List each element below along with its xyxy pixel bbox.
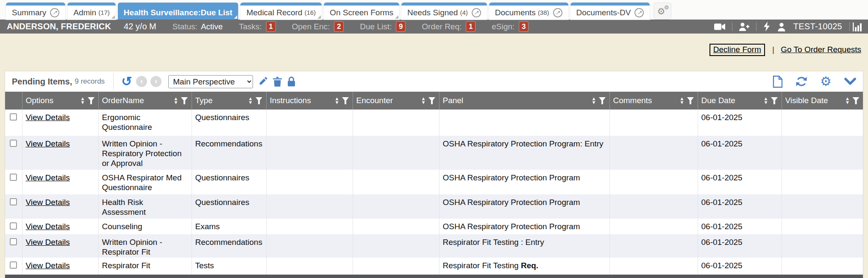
sort-icon[interactable]: ▲▼ xyxy=(764,97,771,104)
sort-icon[interactable]: ▲▼ xyxy=(248,97,256,104)
open-in-new-icon[interactable]: ↗ xyxy=(553,8,562,17)
filter-icon[interactable] xyxy=(771,97,778,104)
bar-chart-icon[interactable] xyxy=(853,22,862,31)
settings-gear-icon[interactable]: ⚙ xyxy=(820,75,832,88)
tab-settings-button[interactable]: ⚙ ⚙ xyxy=(654,3,671,20)
due-list-label: Due List: xyxy=(360,22,392,31)
tab-corner-fold-icon xyxy=(395,15,398,19)
filter-icon[interactable] xyxy=(181,97,188,104)
column-header-encounter[interactable]: Encounter▲▼ xyxy=(353,92,439,110)
sort-icon[interactable]: ▲▼ xyxy=(421,97,428,104)
sort-icon[interactable]: ▲▼ xyxy=(81,97,88,104)
filter-icon[interactable] xyxy=(256,97,263,104)
esign-count-badge[interactable]: 3 xyxy=(519,21,529,32)
open-in-new-icon[interactable]: ↗ xyxy=(634,8,644,17)
select-all-header[interactable] xyxy=(5,92,22,110)
sort-icon[interactable]: ▲▼ xyxy=(174,97,181,104)
tab-summary[interactable]: Summary ↗ xyxy=(6,3,65,20)
sort-icon[interactable]: ▲▼ xyxy=(335,97,342,104)
filter-icon[interactable] xyxy=(88,97,95,104)
go-to-order-requests-link[interactable]: Go To Order Requests xyxy=(781,45,861,54)
new-document-icon[interactable] xyxy=(773,76,783,88)
tab-corner-fold-icon xyxy=(317,15,321,19)
order-req-count-badge[interactable]: 1 xyxy=(466,21,476,32)
tab-health-surveillance-due-list[interactable]: Health Surveillance:Due List xyxy=(118,3,239,20)
tab-documents-dv[interactable]: Documents-DV ↗ xyxy=(570,3,650,20)
comments-cell xyxy=(609,219,698,234)
add-person-icon[interactable] xyxy=(739,22,750,31)
filter-icon[interactable] xyxy=(428,97,436,104)
view-details-link[interactable]: View Details xyxy=(26,238,70,247)
row-checkbox[interactable] xyxy=(10,222,17,230)
filter-icon[interactable] xyxy=(342,97,349,104)
due-list-count-badge[interactable]: 9 xyxy=(396,21,406,32)
chevron-down-icon[interactable] xyxy=(844,78,856,85)
pending-items-panel: Pending Items, 9 records ↺ ‹ › Main Pers… xyxy=(5,71,863,278)
comments-cell xyxy=(609,194,698,219)
person-icon[interactable] xyxy=(777,22,786,31)
previous-perspective-icon[interactable]: ‹ xyxy=(136,76,147,87)
view-details-link[interactable]: View Details xyxy=(26,139,70,148)
view-details-link[interactable]: View Details xyxy=(26,113,70,122)
column-header-instructions[interactable]: Instructions▲▼ xyxy=(266,92,353,110)
action-links-row: Decline Form | Go To Order Requests xyxy=(0,34,868,71)
filter-icon[interactable] xyxy=(599,97,606,104)
column-header-comments[interactable]: Comments▲▼ xyxy=(609,92,698,110)
row-checkbox[interactable] xyxy=(10,113,17,121)
sort-icon[interactable]: ▲▼ xyxy=(680,97,687,104)
next-perspective-icon[interactable]: › xyxy=(150,76,161,87)
row-checkbox[interactable] xyxy=(10,198,17,205)
tab-admin[interactable]: Admin (17) xyxy=(67,3,116,20)
toolbar-right-icons: ⚙ xyxy=(773,75,856,88)
table-row: View Details Health Risk Assessment Ques… xyxy=(5,194,863,219)
decline-form-link[interactable]: Decline Form xyxy=(709,44,765,56)
row-checkbox[interactable] xyxy=(10,140,17,147)
column-header-ordername[interactable]: OrderName▲▼ xyxy=(98,92,192,110)
lightning-bolt-icon[interactable] xyxy=(763,22,771,31)
view-details-link[interactable]: View Details xyxy=(26,198,70,207)
tab-documents[interactable]: Documents (38) ↗ xyxy=(489,3,568,20)
column-header-due-date[interactable]: Due Date▲▼ xyxy=(698,92,782,110)
column-header-type[interactable]: Type▲▼ xyxy=(192,92,266,110)
view-details-link[interactable]: View Details xyxy=(26,173,70,182)
record-count: 9 records xyxy=(75,77,105,86)
open-enc-count-badge[interactable]: 2 xyxy=(334,21,344,32)
open-in-new-icon[interactable]: ↗ xyxy=(50,8,59,17)
order-name-cell: Health Risk Assessment xyxy=(98,194,192,219)
divider xyxy=(849,22,850,31)
lock-icon[interactable] xyxy=(287,76,295,87)
tab-needs-signed[interactable]: Needs Signed (4) ↗ xyxy=(401,3,487,20)
video-camera-icon[interactable] xyxy=(714,22,726,31)
arrow-up-right-icon: ↗ xyxy=(637,9,642,16)
type-cell: Recommendations xyxy=(192,234,266,258)
decline-form-link-text[interactable]: Decline Form xyxy=(713,45,761,54)
visible-date-cell xyxy=(782,110,863,136)
tasks-count-badge[interactable]: 1 xyxy=(266,21,276,32)
open-in-new-icon[interactable]: ↗ xyxy=(472,8,481,17)
sort-icon[interactable]: ▲▼ xyxy=(845,97,852,104)
type-cell: Recommendations xyxy=(192,136,266,170)
row-checkbox[interactable] xyxy=(10,261,17,269)
undo-icon[interactable]: ↺ xyxy=(121,76,132,87)
filter-icon[interactable] xyxy=(687,97,694,104)
tab-on-screen-forms[interactable]: On Screen Forms xyxy=(324,3,399,20)
tab-label: On Screen Forms xyxy=(330,6,393,19)
edit-pencil-icon[interactable] xyxy=(258,77,267,86)
tab-label: Needs Signed xyxy=(407,6,458,19)
refresh-icon[interactable] xyxy=(796,76,807,87)
column-header-panel[interactable]: Panel▲▼ xyxy=(439,92,609,110)
tab-medical-record[interactable]: Medical Record (16) xyxy=(240,3,322,20)
perspective-select[interactable]: Main Perspective xyxy=(168,75,253,88)
sort-icon[interactable]: ▲▼ xyxy=(592,97,599,104)
column-header-visible-date[interactable]: Visible Date▲▼ xyxy=(782,92,863,110)
order-name-cell: Respirator Fit xyxy=(98,258,192,275)
horizontal-scrollbar[interactable] xyxy=(5,275,863,278)
delete-trash-icon[interactable] xyxy=(273,77,282,87)
row-checkbox[interactable] xyxy=(10,238,17,245)
view-details-link[interactable]: View Details xyxy=(26,261,70,270)
row-checkbox[interactable] xyxy=(10,174,17,181)
filter-icon[interactable] xyxy=(852,97,860,104)
encounter-cell xyxy=(353,234,439,258)
column-header-options[interactable]: Options▲▼ xyxy=(22,92,98,110)
view-details-link[interactable]: View Details xyxy=(26,222,70,231)
